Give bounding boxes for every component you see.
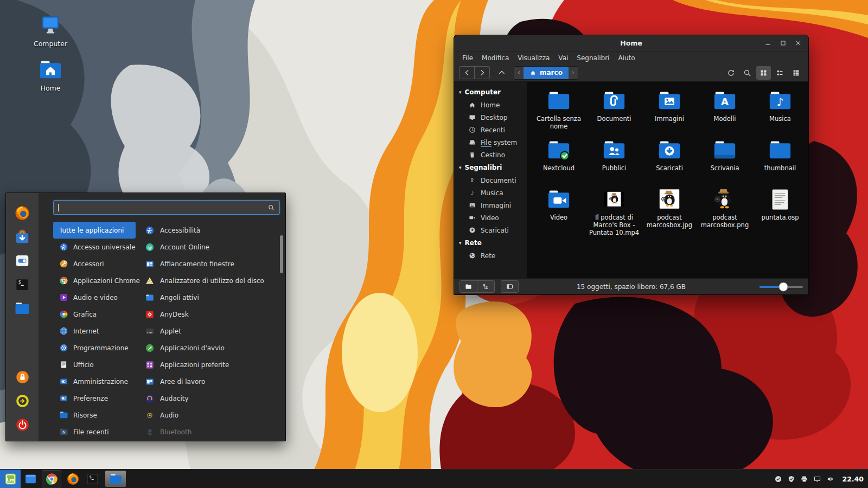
breadcrumb-scroll-right[interactable] (569, 67, 578, 79)
window-titlebar[interactable]: Home (454, 35, 808, 52)
file-item[interactable]: Scaricati (642, 138, 697, 187)
display-tray-icon[interactable] (813, 475, 821, 483)
file-item[interactable]: Scrivania (697, 138, 752, 187)
app-item[interactable]: Audio (145, 407, 280, 423)
app-item[interactable]: @Account Online (145, 239, 280, 255)
app-item[interactable]: Aree di lavoro (145, 373, 280, 390)
favorite-files[interactable] (13, 299, 31, 318)
menu-1[interactable]: Modifica (477, 53, 513, 63)
file-item[interactable]: podcast marcosbox.jpg (642, 187, 697, 236)
breadcrumb-scroll-left[interactable] (514, 67, 524, 79)
menu-0[interactable]: File (458, 53, 477, 63)
desktop-icon-computer[interactable]: Computer (26, 13, 75, 48)
favorite-terminal[interactable]: $ (13, 275, 31, 294)
file-grid[interactable]: Cartella senza nome Documenti Immagini A… (527, 82, 808, 278)
taskbar-menu[interactable]: Lm (0, 470, 21, 488)
compact-view-button[interactable] (789, 66, 803, 80)
icon-view-button[interactable] (756, 66, 771, 80)
taskbar-firefox[interactable] (63, 470, 82, 488)
sidebar-item[interactable]: Desktop (454, 111, 527, 124)
maximize-button[interactable] (780, 40, 787, 47)
zoom-slider-knob[interactable] (779, 282, 788, 291)
category-item[interactable]: Accesso universale (53, 239, 136, 255)
sidebar-toggle-button[interactable] (501, 280, 519, 293)
search-input[interactable] (61, 204, 265, 211)
close-button[interactable] (795, 40, 802, 47)
sidebar-item[interactable]: Rete (454, 249, 527, 262)
search-button[interactable] (740, 66, 755, 80)
favorite-software-manager[interactable] (13, 228, 31, 246)
sidebar-item[interactable]: ♪Musica (454, 187, 527, 199)
category-item[interactable]: Audio e video (53, 289, 136, 306)
updates-tray-icon[interactable] (774, 475, 782, 483)
firewall-tray-icon[interactable] (787, 475, 795, 483)
desktop[interactable]: Computer Home Home FileModificaVisualizz… (0, 0, 868, 488)
forward-button[interactable] (474, 67, 489, 79)
file-item[interactable]: Nextcloud (531, 138, 586, 187)
up-button[interactable] (495, 67, 509, 79)
list-view-button[interactable] (773, 66, 787, 80)
app-item[interactable]: Audacity (145, 390, 280, 407)
menu-2[interactable]: Visualizza (513, 53, 554, 63)
search-box[interactable] (53, 200, 280, 215)
places-toggle-button[interactable] (459, 280, 477, 293)
sidebar-item[interactable]: Scaricati (454, 224, 527, 236)
logout-button[interactable] (14, 392, 31, 409)
app-item[interactable]: Applet (145, 323, 280, 339)
category-item[interactable]: Internet (53, 323, 136, 339)
sidebar-item[interactable]: Cestino (454, 149, 527, 161)
sidebar-section[interactable]: ▾Rete (454, 236, 527, 249)
file-item[interactable]: Immagini (642, 88, 697, 138)
category-item[interactable]: Risorse (53, 407, 136, 423)
sidebar-item[interactable]: Immagini (454, 199, 527, 211)
app-item[interactable]: Applicazioni d'avvio (145, 339, 280, 356)
favorite-system-settings[interactable] (13, 252, 31, 270)
app-item[interactable]: Bluetooth (145, 423, 280, 440)
menu-4[interactable]: Segnalibri (572, 53, 614, 63)
printers-tray-icon[interactable] (800, 475, 808, 483)
category-item[interactable]: Grafica (53, 306, 136, 323)
menu-5[interactable]: Aiuto (614, 53, 639, 63)
file-item[interactable]: thumbnail (752, 138, 808, 187)
volume-tray-icon[interactable] (826, 475, 834, 483)
back-button[interactable] (459, 67, 474, 79)
sidebar-item[interactable]: Video (454, 211, 527, 224)
file-item[interactable]: A Modelli (697, 88, 752, 138)
clock[interactable]: 22.40 (842, 475, 864, 483)
file-item[interactable]: puntata.osp (752, 187, 808, 236)
app-item[interactable]: Applicazioni preferite (145, 356, 280, 373)
category-item[interactable]: File recenti (53, 423, 136, 440)
scrollbar-thumb[interactable] (280, 235, 283, 273)
lock-screen-button[interactable] (14, 368, 31, 386)
reload-button[interactable] (724, 66, 738, 80)
app-item[interactable]: Accessibilità (145, 222, 280, 239)
category-item[interactable]: Accessori (53, 255, 136, 272)
file-item[interactable]: Il podcast di Marco's Box - Puntata 10.m… (586, 187, 642, 236)
file-item[interactable]: podcast marcosbox.png (697, 187, 752, 236)
category-item[interactable]: Ufficio (53, 356, 136, 373)
category-item[interactable]: Preferenze (53, 390, 136, 407)
breadcrumb-current[interactable]: marco (524, 67, 569, 79)
category-item[interactable]: Programmazione (53, 339, 136, 356)
menu-3[interactable]: Vai (554, 53, 572, 63)
sidebar-item[interactable]: Documenti (454, 174, 527, 187)
file-item[interactable]: Documenti (586, 88, 642, 138)
sidebar-item[interactable]: Home (454, 99, 527, 111)
sidebar-section[interactable]: ▾Segnalibri (454, 161, 527, 174)
taskbar-files[interactable] (105, 471, 126, 487)
category-item[interactable]: Tutte le applicazioni (53, 222, 136, 239)
category-item[interactable]: Applicazioni Chrome (53, 272, 136, 289)
sidebar-item[interactable]: Recenti (454, 124, 527, 136)
shutdown-button[interactable] (14, 416, 31, 433)
desktop-icon-home[interactable]: Home (26, 57, 75, 92)
favorite-firefox[interactable] (13, 204, 31, 222)
app-item[interactable]: Analizzatore di utilizzo del disco (145, 272, 280, 289)
file-item[interactable]: Video (531, 187, 586, 236)
treeview-toggle-button[interactable] (477, 280, 495, 293)
taskbar-show-desktop[interactable] (21, 470, 40, 488)
minimize-button[interactable] (764, 40, 771, 47)
app-item[interactable]: AnyDesk (145, 306, 280, 323)
sidebar-section[interactable]: ▾Computer (454, 86, 527, 99)
file-item[interactable]: Cartella senza nome (531, 88, 586, 138)
file-item[interactable]: ♪ Musica (752, 88, 808, 138)
